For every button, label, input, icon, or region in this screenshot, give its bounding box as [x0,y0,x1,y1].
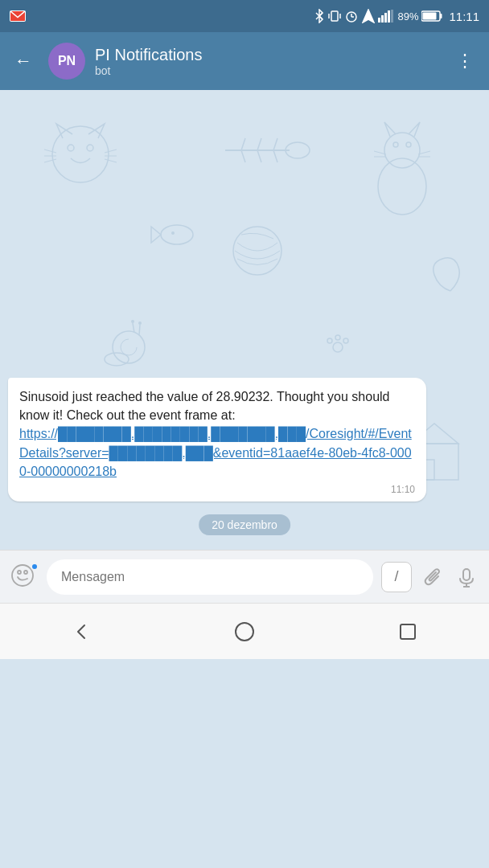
message-wrapper: Sinusoid just reached the value of 28.90… [0,378,489,550]
svg-rect-16 [423,13,437,20]
svg-line-48 [139,325,140,335]
svg-point-53 [343,338,348,343]
bluetooth-icon [314,9,325,23]
header: ← PN PI Notifications bot ⋮ [0,32,489,90]
svg-point-39 [406,142,411,147]
gmail-icon [10,10,26,22]
status-bar: 89% 11:11 [0,0,489,32]
svg-line-31 [257,138,261,150]
svg-rect-10 [378,18,380,23]
svg-line-26 [105,159,117,162]
svg-rect-17 [440,14,442,18]
battery-icon [421,10,442,22]
message-text: Sinusoid just reached the value of 28.90… [19,387,415,481]
svg-point-36 [378,158,426,215]
chat-title: PI Notifications [95,46,440,64]
recents-nav-button[interactable] [388,612,428,652]
message-input[interactable] [47,559,373,595]
message-body: Sinusoid just reached the value of 28.90… [19,390,389,422]
svg-marker-9 [363,10,374,23]
attach-icon [421,566,444,588]
slash-label: / [394,568,398,585]
navigation-icon [362,9,375,23]
recents-nav-icon [397,620,419,643]
battery-percent: 89% [397,10,418,23]
alarm-icon [344,9,359,23]
menu-button[interactable]: ⋮ [450,44,481,78]
attach-button[interactable] [420,564,446,590]
svg-line-29 [241,138,245,150]
input-bar: / [0,550,489,603]
sticker-button[interactable] [10,563,39,592]
home-nav-icon [233,620,256,643]
svg-point-37 [384,133,420,168]
svg-line-21 [44,149,56,153]
back-nav-icon [70,620,92,643]
svg-rect-3 [331,11,338,21]
notification-dot [31,563,39,571]
svg-point-50 [333,342,343,352]
svg-rect-67 [401,624,415,639]
svg-point-51 [327,338,332,343]
svg-rect-13 [388,10,390,23]
nav-bar [0,603,489,659]
svg-point-20 [87,145,93,151]
svg-line-34 [273,150,277,162]
svg-rect-63 [463,569,470,580]
message-bubble: Sinusoid just reached the value of 28.90… [8,378,426,502]
signal-icon [378,10,394,23]
mic-button[interactable] [454,564,479,590]
mic-icon [455,566,478,588]
svg-point-47 [131,320,134,323]
svg-point-62 [12,565,33,586]
svg-point-19 [68,145,74,151]
message-timestamp: 11:10 [19,484,415,495]
svg-point-52 [335,335,340,340]
status-bar-left [10,10,26,22]
svg-line-33 [273,138,277,150]
svg-point-60 [161,225,193,244]
messages-area: 20 dezembro Sinusoid just reached the va… [0,90,489,550]
svg-point-49 [138,321,142,325]
svg-line-32 [257,150,261,162]
slash-button[interactable]: / [381,562,412,592]
svg-point-45 [105,353,129,366]
svg-rect-11 [381,15,384,23]
svg-line-30 [241,150,245,162]
home-nav-button[interactable] [224,612,265,652]
svg-point-61 [171,231,175,235]
svg-rect-14 [391,10,393,23]
chat-subtitle: bot [95,64,440,77]
avatar: PN [48,43,85,80]
message-link[interactable]: https://████████.████████.███████.███/Co… [19,427,412,477]
svg-point-66 [236,623,253,641]
svg-rect-12 [384,13,387,23]
svg-point-38 [393,142,398,147]
svg-line-23 [44,159,56,162]
back-nav-button[interactable] [61,612,101,652]
status-time: 11:11 [449,10,479,23]
vibrate-icon [328,9,341,23]
status-bar-right: 89% 11:11 [314,9,479,23]
header-info: PI Notifications bot [95,46,440,77]
svg-line-24 [105,149,117,153]
back-button[interactable]: ← [8,44,39,78]
